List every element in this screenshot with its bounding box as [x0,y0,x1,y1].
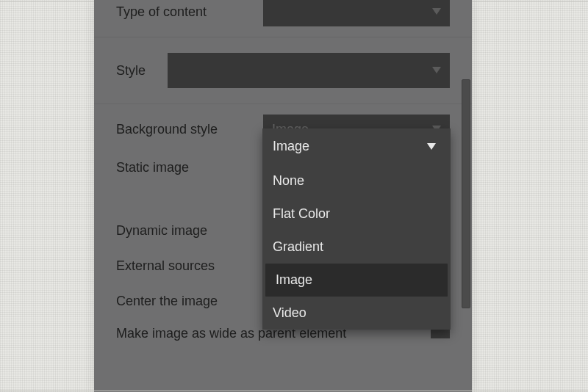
option-flat-color[interactable]: Flat Color [262,197,451,231]
option-none[interactable]: None [262,164,451,197]
svg-marker-3 [427,143,436,150]
option-image[interactable]: Image [265,264,448,297]
option-gradient[interactable]: Gradient [262,231,451,264]
option-video[interactable]: Video [262,297,451,330]
chevron-down-icon [427,143,436,150]
popup-selected-value: Image [273,139,427,154]
popup-header[interactable]: Image [262,128,451,164]
background-style-popup: Image None Flat Color Gradient Image Vid… [262,128,451,330]
